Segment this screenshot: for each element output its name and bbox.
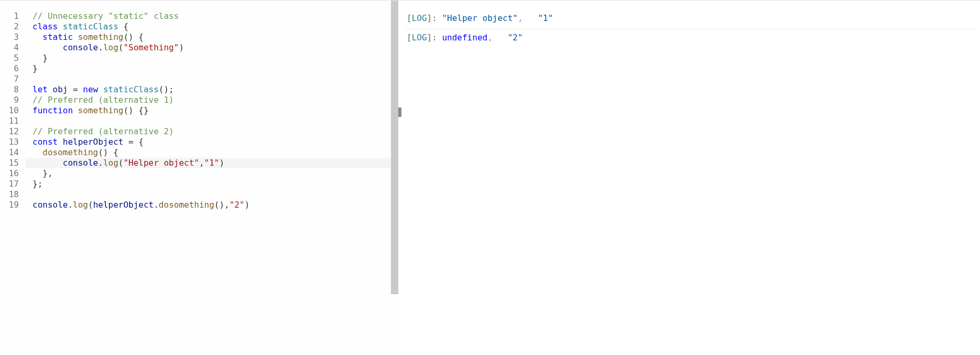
log-separator: , — [487, 33, 508, 42]
code-line[interactable]: console.log(helperObject.dosomething(),"… — [32, 200, 249, 210]
code-token: class — [32, 21, 63, 31]
code-token: function — [32, 105, 78, 115]
code-token: , — [199, 158, 204, 168]
log-string-value: "2" — [508, 33, 523, 42]
console-output: [LOG]: "Helper object", "1"[LOG]: undefi… — [401, 1, 980, 355]
code-editor[interactable]: 12345678910111213141516171819 // Unneces… — [0, 1, 398, 355]
code-token: console — [63, 42, 98, 52]
code-line[interactable]: static something() { — [32, 32, 144, 42]
code-line[interactable]: dosomething() { — [32, 147, 118, 158]
code-line[interactable]: const helperObject = { — [32, 137, 144, 147]
code-line[interactable]: }, — [32, 168, 53, 179]
code-token: log — [73, 200, 88, 210]
line-number: 12 — [9, 126, 19, 137]
code-line[interactable]: class staticClass { — [32, 21, 128, 32]
line-number: 18 — [9, 189, 19, 200]
bracket-open: [ — [407, 13, 412, 23]
code-line[interactable]: }; — [32, 179, 42, 189]
line-number: 19 — [9, 200, 19, 210]
line-number: 7 — [14, 74, 19, 84]
line-number: 3 — [14, 32, 19, 42]
line-number: 10 — [9, 105, 19, 116]
code-token: // Preferred (alternative 1) — [32, 95, 174, 105]
code-token: helperObject — [63, 137, 124, 147]
code-token: // Unnecessary "static" class — [32, 11, 179, 21]
code-token: ) — [245, 200, 250, 210]
code-token — [32, 32, 42, 42]
line-number: 11 — [9, 116, 19, 126]
code-token: . — [98, 42, 103, 52]
code-line[interactable]: console.log("Something") — [32, 42, 184, 53]
code-token: ( — [88, 200, 93, 210]
splitter-handle-icon[interactable] — [398, 107, 401, 117]
line-number: 8 — [14, 84, 19, 95]
code-token: "Something" — [123, 42, 179, 52]
line-number: 1 — [14, 11, 19, 21]
code-token: . — [68, 200, 73, 210]
code-token: log — [103, 42, 118, 52]
code-token: "Helper object" — [123, 158, 199, 168]
code-token: () { — [98, 147, 118, 157]
line-number: 9 — [14, 95, 19, 105]
code-token: } — [32, 53, 48, 63]
line-number: 13 — [9, 137, 19, 147]
bracket-open: [ — [407, 33, 412, 42]
code-line[interactable]: let obj = new staticClass(); — [32, 84, 174, 95]
line-number: 4 — [14, 42, 19, 53]
code-token: = { — [123, 137, 144, 147]
code-token: dosomething — [42, 147, 98, 157]
log-string-value: "Helper object" — [442, 13, 518, 23]
line-number: 17 — [9, 179, 19, 189]
line-number: 5 — [14, 53, 19, 63]
line-number: 14 — [9, 147, 19, 158]
code-token: } — [32, 63, 38, 73]
code-token: ) — [219, 158, 224, 168]
code-line[interactable]: function something() {} — [32, 105, 149, 116]
code-line[interactable]: // Preferred (alternative 2) — [32, 126, 174, 137]
code-token: staticClass — [103, 84, 159, 94]
code-token: dosomething — [159, 200, 214, 210]
line-number: 2 — [14, 21, 19, 32]
log-string-value: "1" — [538, 13, 553, 23]
console-log-row: [LOG]: "Helper object", "1" — [407, 10, 975, 29]
bracket-close: ]: — [427, 13, 442, 23]
code-token: something — [78, 32, 124, 42]
log-tag: LOG — [412, 33, 427, 42]
code-token: () {} — [123, 105, 148, 115]
code-token: . — [98, 158, 103, 168]
code-line[interactable]: } — [32, 53, 48, 63]
code-token: console — [63, 158, 98, 168]
code-token: const — [32, 137, 63, 147]
code-token: staticClass — [63, 21, 118, 31]
code-token: new — [83, 84, 103, 94]
line-number: 16 — [9, 168, 19, 179]
code-token: // Preferred (alternative 2) — [32, 126, 174, 136]
code-line[interactable]: console.log("Helper object","1") — [32, 158, 224, 168]
code-token: obj — [53, 84, 68, 94]
line-number: 6 — [14, 63, 19, 74]
code-token: "2" — [230, 200, 245, 210]
code-token: () { — [123, 32, 144, 42]
code-content[interactable]: // Unnecessary "static" classclass stati… — [32, 1, 398, 355]
log-tag: LOG — [412, 13, 427, 23]
pane-splitter[interactable] — [398, 1, 401, 355]
code-token: let — [32, 84, 53, 94]
log-separator: , — [518, 13, 538, 23]
line-number: 15 — [9, 158, 19, 168]
line-number-gutter: 12345678910111213141516171819 — [0, 1, 25, 355]
vertical-scrollbar[interactable] — [391, 1, 398, 294]
code-line[interactable]: // Unnecessary "static" class — [32, 11, 179, 21]
code-line[interactable]: // Preferred (alternative 1) — [32, 95, 174, 105]
app-root: 12345678910111213141516171819 // Unneces… — [0, 0, 980, 355]
code-token: log — [103, 158, 118, 168]
log-undefined-value: undefined — [442, 33, 487, 42]
code-token: ( — [118, 158, 124, 168]
code-token: console — [32, 200, 68, 210]
code-line[interactable]: } — [32, 63, 38, 74]
code-token: "1" — [204, 158, 220, 168]
code-token — [32, 147, 42, 157]
code-token — [32, 42, 63, 52]
code-token: ) — [179, 42, 184, 52]
code-token: }, — [32, 168, 53, 178]
code-token: something — [78, 105, 124, 115]
